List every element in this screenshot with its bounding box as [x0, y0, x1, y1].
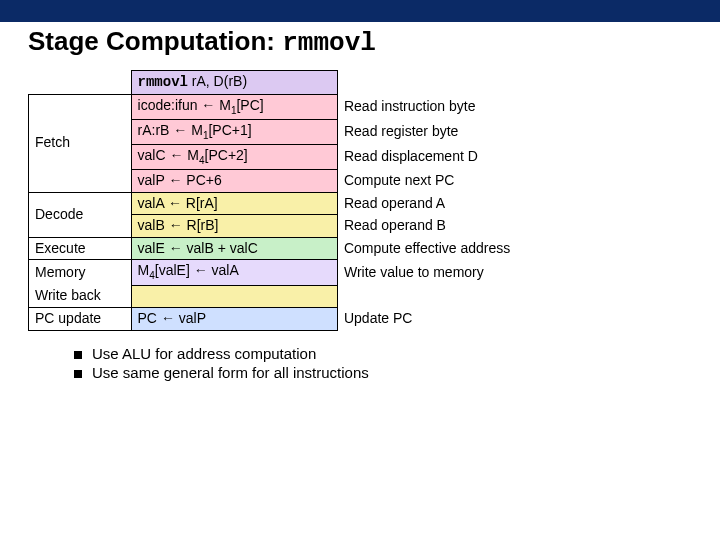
title-mono: rmmovl — [282, 28, 376, 58]
desc-fetch2: Read register byte — [337, 119, 687, 144]
desc-fetch3: Read displacement D — [337, 145, 687, 170]
arrow-icon: ← — [169, 147, 183, 163]
op-lhs: PC — [138, 310, 157, 326]
stage-memory: Memory — [29, 260, 132, 285]
op-write-empty — [131, 285, 337, 308]
title-plain: Stage Computation: — [28, 26, 282, 56]
arrow-icon: ← — [194, 262, 208, 278]
op-fetch3: valC ← M4[PC+2] — [131, 145, 337, 170]
op-pc: PC ← valP — [131, 308, 337, 331]
op-mid: [valE] — [155, 262, 190, 278]
op-lhs: rA:rB — [138, 122, 170, 138]
stage-table: rmmovl rA, D(rB) Fetch icode:ifun ← M1[P… — [28, 70, 688, 331]
op-lhs: valC — [138, 147, 166, 163]
op-tail: [PC] — [236, 97, 263, 113]
stage-fetch: Fetch — [29, 94, 132, 192]
header-rest: rA, D(rB) — [188, 73, 247, 89]
arrow-icon: ← — [168, 195, 182, 211]
desc-fetch1: Read instruction byte — [337, 94, 687, 119]
note-text: Use ALU for address computation — [92, 345, 316, 362]
op-dec1: valA ← R[rA] — [131, 192, 337, 215]
desc-fetch4: Compute next PC — [337, 170, 687, 193]
desc-mem: Write value to memory — [337, 260, 687, 285]
op-rhs: valP — [179, 310, 206, 326]
stage-pc: PC update — [29, 308, 132, 331]
desc-exe: Compute effective address — [337, 237, 687, 260]
note-item: Use ALU for address computation — [74, 345, 692, 362]
header-op: rmmovl rA, D(rB) — [131, 71, 337, 95]
header-mono: rmmovl — [138, 74, 188, 90]
arrow-icon: ← — [173, 122, 187, 138]
bullet-icon — [74, 351, 82, 359]
op-rhs: R[rB] — [187, 217, 219, 233]
notes-list: Use ALU for address computation Use same… — [74, 345, 692, 381]
stage-decode: Decode — [29, 192, 132, 237]
op-lhs: icode:ifun — [138, 97, 198, 113]
op-rhs: M — [219, 97, 231, 113]
empty-cell — [337, 71, 687, 95]
op-tail: [PC+2] — [205, 147, 248, 163]
op-rhs: PC+6 — [186, 172, 221, 188]
slide-title: Stage Computation: rmmovl — [28, 26, 720, 58]
op-mem: M4[valE] ← valA — [131, 260, 337, 285]
op-rhs: valB + valC — [187, 240, 258, 256]
arrow-icon: ← — [169, 217, 183, 233]
op-rhs: valA — [212, 262, 239, 278]
op-pre: M — [138, 262, 150, 278]
op-tail: [PC+1] — [208, 122, 251, 138]
desc-dec1: Read operand A — [337, 192, 687, 215]
note-item: Use same general form for all instructio… — [74, 364, 692, 381]
desc-write-empty — [337, 285, 687, 308]
desc-pc: Update PC — [337, 308, 687, 331]
op-exe: valE ← valB + valC — [131, 237, 337, 260]
op-lhs: valB — [138, 217, 165, 233]
op-fetch4: valP ← PC+6 — [131, 170, 337, 193]
op-dec2: valB ← R[rB] — [131, 215, 337, 238]
arrow-icon: ← — [168, 172, 182, 188]
op-rhs: R[rA] — [186, 195, 218, 211]
op-rhs: M — [191, 122, 203, 138]
empty-cell — [29, 71, 132, 95]
arrow-icon: ← — [161, 310, 175, 326]
note-text: Use same general form for all instructio… — [92, 364, 369, 381]
arrow-icon: ← — [201, 97, 215, 113]
op-lhs: valP — [138, 172, 165, 188]
bullet-icon — [74, 370, 82, 378]
op-fetch1: icode:ifun ← M1[PC] — [131, 94, 337, 119]
desc-dec2: Read operand B — [337, 215, 687, 238]
op-fetch2: rA:rB ← M1[PC+1] — [131, 119, 337, 144]
op-rhs: M — [187, 147, 199, 163]
op-lhs: valE — [138, 240, 165, 256]
stage-write: Write back — [29, 285, 132, 308]
stage-execute: Execute — [29, 237, 132, 260]
op-lhs: valA — [138, 195, 164, 211]
header-bar — [0, 0, 720, 22]
arrow-icon: ← — [169, 240, 183, 256]
